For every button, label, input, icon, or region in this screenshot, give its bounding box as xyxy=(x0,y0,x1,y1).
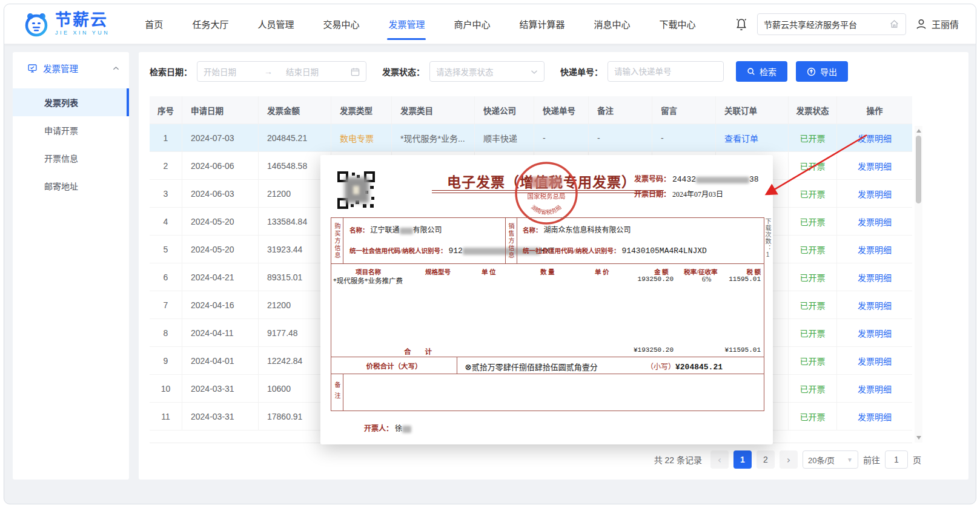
status-badge: 已开票 xyxy=(800,383,826,395)
table-scrollbar[interactable] xyxy=(915,126,922,443)
item-col-unit: 单 位 xyxy=(482,267,496,276)
invoice-detail-link[interactable]: 发票明细 xyxy=(858,271,892,283)
user-name: 王丽倩 xyxy=(932,18,959,30)
goto-page-input[interactable] xyxy=(885,450,908,469)
invoice-detail-link[interactable]: 发票明细 xyxy=(858,411,892,423)
stamp-bottom-text: 湖南省税务局 xyxy=(530,204,563,216)
nav-item[interactable]: 首页 xyxy=(130,4,177,44)
col-amount: 发票金额 xyxy=(259,96,331,124)
next-page-button[interactable]: › xyxy=(780,450,798,469)
sidebar: 发票管理 发票列表申请开票开票信息邮寄地址 xyxy=(13,52,129,480)
cell-index: 5 xyxy=(150,236,182,263)
download-count: 下载次数：1 xyxy=(763,218,772,272)
col-category: 发票类目 xyxy=(392,96,475,124)
invoice-detail-link[interactable]: 发票明细 xyxy=(858,132,892,144)
date-start-placeholder[interactable]: 开始日期 xyxy=(204,65,236,78)
date-range-picker[interactable]: 开始日期 → 结束日期 xyxy=(197,61,366,82)
invoice-detail-link[interactable]: 发票明细 xyxy=(858,243,892,256)
nav-item[interactable]: 发票管理 xyxy=(374,4,439,44)
date-range-arrow: → xyxy=(264,67,273,76)
record-count: 共 22 条记录 xyxy=(654,454,702,466)
page-number-button[interactable]: 1 xyxy=(733,450,752,469)
brand-subtitle: JIE XIN YUN xyxy=(55,30,110,36)
invoice-detail-link[interactable]: 发票明细 xyxy=(858,355,892,367)
table-row[interactable]: 1 2024-07-03 204845.21 数电专票 *现代服务*业务... … xyxy=(150,124,912,152)
nav-item[interactable]: 结算计算器 xyxy=(505,4,579,44)
invoice-preview-popup: 电子发票（增值税专用发票） 发票号码： 2443238 开票日期： 2024年0… xyxy=(320,155,773,444)
sidebar-item[interactable]: 开票信息 xyxy=(13,144,129,172)
cell-message: - xyxy=(652,124,716,152)
tracking-number-input[interactable] xyxy=(608,61,724,82)
user-menu[interactable]: 王丽倩 xyxy=(915,18,959,31)
invoice-detail-link[interactable]: 发票明细 xyxy=(858,327,892,339)
invoice-detail-link[interactable]: 发票明细 xyxy=(858,383,892,395)
table-header-row: 序号 申请日期 发票金额 发票类型 发票类目 快递公司 快递单号 备注 留言 关… xyxy=(150,96,912,124)
stamp-center-text: 国家税务总局 xyxy=(528,193,566,200)
invoice-number-label: 发票号码： xyxy=(634,175,670,183)
nav-item[interactable]: 商户中心 xyxy=(439,4,505,44)
subtotal-row: 合 计 ¥193250.20 ¥11595.01 xyxy=(331,344,764,357)
invoice-detail-link[interactable]: 发票明细 xyxy=(858,299,892,311)
page-size-select[interactable]: 20条/页 ▼ xyxy=(803,450,858,469)
item-amount: 193250.20 xyxy=(638,275,674,283)
grand-total-words: 贰拾万零肆仟捌佰肆拾伍圆贰角壹分 xyxy=(472,363,598,372)
buyer-tax-id: 912 xyxy=(448,246,462,256)
status-badge: 已开票 xyxy=(800,271,826,283)
invoice-parties: 购买方信息 名称： 辽宁联通有限公司 统一社会信用代码/纳税人识别号： 912H… xyxy=(331,218,764,264)
cell-index: 10 xyxy=(150,375,182,403)
user-avatar-icon xyxy=(915,18,928,31)
sidebar-group-label: 发票管理 xyxy=(43,62,78,74)
sidebar-item[interactable]: 申请开票 xyxy=(13,116,129,144)
sidebar-item[interactable]: 发票列表 xyxy=(13,88,129,116)
invoice-detail-link[interactable]: 发票明细 xyxy=(858,188,892,200)
sidebar-group-invoice-management[interactable]: 发票管理 xyxy=(13,52,129,84)
panda-logo-icon xyxy=(22,10,50,38)
prev-page-button[interactable]: ‹ xyxy=(710,450,729,469)
grand-small-label: （小写） xyxy=(646,363,675,371)
goto-label: 前往 xyxy=(863,454,880,466)
date-filter-label: 检索日期： xyxy=(150,65,192,78)
brand-logo[interactable]: 节薪云 JIE XIN YUN xyxy=(22,10,110,38)
search-button[interactable]: 检索 xyxy=(736,61,787,82)
scrollbar-thumb[interactable] xyxy=(916,136,921,203)
status-badge: 已开票 xyxy=(800,160,826,172)
invoice-detail-link[interactable]: 发票明细 xyxy=(858,216,892,228)
invoice-status-select[interactable]: 请选择发票状态 xyxy=(429,61,545,82)
status-badge: 已开票 xyxy=(800,411,826,423)
cell-index: 9 xyxy=(150,347,182,375)
home-icon[interactable] xyxy=(889,19,899,29)
invoice-detail-link[interactable]: 发票明细 xyxy=(858,160,892,172)
col-index: 序号 xyxy=(150,96,182,124)
scroll-down-arrow[interactable] xyxy=(916,436,921,440)
issuer-line: 开票人： 徐 xyxy=(364,423,411,434)
app-window: 节薪云 JIE XIN YUN 首页任务大厅人员管理交易中心发票管理商户中心结算… xyxy=(0,0,980,508)
nav-item[interactable]: 下载中心 xyxy=(644,4,710,44)
seller-name: 湖南众东信息科技有限公司 xyxy=(544,226,631,234)
item-col-taxrate: 税率/征收率 xyxy=(684,267,717,276)
page-number-button[interactable]: 2 xyxy=(757,450,775,469)
date-end-placeholder[interactable]: 结束日期 xyxy=(286,65,319,78)
scroll-up-arrow[interactable] xyxy=(916,129,921,133)
col-tracking: 快递单号 xyxy=(534,96,589,124)
view-order-link[interactable]: 查看订单 xyxy=(724,132,758,144)
nav-item[interactable]: 人员管理 xyxy=(243,4,308,44)
status-badge: 已开票 xyxy=(800,327,826,339)
cell-courier: 顺丰快递 xyxy=(475,124,534,152)
cell-apply-date: 2024-04-16 xyxy=(182,291,259,319)
platform-home-box[interactable]: 节薪云共享经济服务平台 xyxy=(757,13,906,35)
export-button[interactable]: 导出 xyxy=(796,61,848,82)
seller-side-label: 销售方信息 xyxy=(505,218,517,263)
notification-bell-icon[interactable] xyxy=(734,17,749,31)
subtotal-amount: ¥193250.20 xyxy=(634,346,674,354)
status-badge: 已开票 xyxy=(800,355,826,367)
app-frame: 节薪云 JIE XIN YUN 首页任务大厅人员管理交易中心发票管理商户中心结算… xyxy=(4,4,976,504)
nav-item[interactable]: 消息中心 xyxy=(579,4,644,44)
nav-item[interactable]: 交易中心 xyxy=(308,4,374,44)
item-col-qty: 数 量 xyxy=(540,267,555,276)
issuer-name: 徐 xyxy=(395,424,402,433)
cell-tracking: - xyxy=(534,124,589,152)
brand-name: 节薪云 xyxy=(55,12,110,28)
sidebar-item[interactable]: 邮寄地址 xyxy=(13,172,129,200)
tax-bureau-stamp: 国家税务总局 湖南省税务局 xyxy=(513,160,580,226)
nav-item[interactable]: 任务大厅 xyxy=(177,4,243,44)
